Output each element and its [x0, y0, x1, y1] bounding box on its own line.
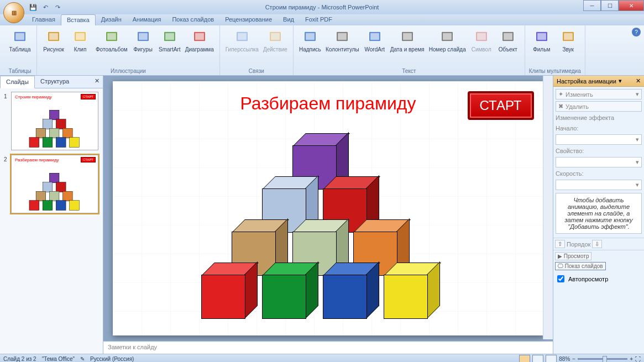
ribbon-movie-button[interactable]: Фильм [528, 27, 555, 67]
svg-rect-5 [76, 33, 85, 40]
svg-rect-29 [477, 33, 486, 40]
ribbon-link-button: Гиперссылка [223, 27, 261, 67]
slideshow-button[interactable]: 🖵 Показ слайдов [555, 262, 606, 270]
cube-9[interactable] [384, 263, 439, 318]
textbox-icon [301, 28, 319, 45]
slideshow-view-button[interactable] [546, 355, 557, 363]
svg-rect-7 [107, 33, 116, 40]
undo-icon[interactable]: ↶ [40, 2, 51, 13]
zoom-in-button[interactable]: + [630, 356, 633, 362]
cube-8[interactable] [323, 263, 378, 318]
start-combo [556, 134, 642, 145]
star-icon: ✦ [558, 91, 563, 98]
delete-icon: ✖ [558, 103, 563, 110]
titlebar: ⊞ 💾 ↶ ↷ Строим пирамиду - Microsoft Powe… [0, 0, 644, 14]
sorter-view-button[interactable] [532, 355, 543, 363]
property-label: Свойство: [556, 146, 642, 155]
svg-rect-35 [564, 33, 573, 40]
ribbon-textbox-button[interactable]: Надпись [297, 27, 323, 67]
spellcheck-icon[interactable]: ✎ [80, 356, 85, 362]
ribbon-wordart-button[interactable]: WordArt [362, 27, 388, 67]
svg-rect-11 [165, 33, 174, 40]
ribbon-tab-6[interactable]: Вид [278, 14, 300, 25]
notes-pane[interactable]: Заметки к слайду [103, 341, 553, 354]
ribbon-obj-button[interactable]: Объект [495, 27, 521, 67]
svg-rect-25 [403, 33, 412, 40]
zoom-slider[interactable] [578, 358, 627, 360]
movie-icon [533, 28, 551, 45]
ribbon-tab-3[interactable]: Анимация [127, 14, 167, 25]
cube-7[interactable] [262, 263, 317, 318]
svg-rect-13 [195, 33, 204, 40]
wordart-icon [366, 28, 384, 45]
svg-rect-31 [504, 33, 512, 40]
ribbon-tab-7[interactable]: Foxit PDF [300, 14, 338, 25]
property-combo [556, 157, 642, 167]
quick-access-toolbar: 💾 ↶ ↷ [28, 2, 63, 13]
vertical-scrollbar[interactable] [543, 76, 553, 339]
link-icon [233, 28, 251, 45]
normal-view-button[interactable] [519, 355, 530, 363]
svg-rect-33 [537, 33, 546, 40]
animation-pane: Настройка анимации ▾ ✕ ✦ Изменить▾ ✖ Уда… [553, 76, 644, 354]
slide-panel: Слайды Структура ✕ 1Строим пирамидуСТАРТ… [0, 76, 103, 354]
fit-window-button[interactable]: ⛶ [635, 356, 641, 362]
ribbon-num-button[interactable]: Номер слайда [427, 27, 468, 67]
ribbon-clip-button[interactable]: Клип [67, 27, 93, 67]
ribbon-hf-button[interactable]: Колонтитулы [323, 27, 362, 67]
ribbon-tab-1[interactable]: Вставка [61, 14, 96, 25]
help-icon[interactable]: ? [632, 28, 641, 36]
tab-slides[interactable]: Слайды [0, 76, 35, 88]
minimize-button[interactable]: ─ [583, 0, 601, 11]
num-icon [438, 28, 456, 45]
zoom-out-button[interactable]: − [572, 356, 575, 362]
ribbon-album-button[interactable]: Фотоальбом [93, 27, 130, 67]
svg-rect-17 [271, 33, 280, 40]
start-button[interactable]: СТАРТ [468, 91, 534, 120]
slide-canvas[interactable]: Разбираем пирамиду СТАРТ [113, 81, 544, 335]
ribbon-image-button[interactable]: Рисунок [40, 27, 67, 67]
close-pane-icon[interactable]: ✕ [636, 77, 641, 85]
ribbon-tab-5[interactable]: Рецензирование [219, 14, 278, 25]
ribbon-symbol-button: Символ [468, 27, 495, 67]
animation-hint: Чтобы добавить анимацию, выделите элемен… [556, 193, 642, 234]
symbol-icon [473, 28, 490, 45]
ribbon-smartart-button[interactable]: SmartArt [156, 27, 183, 67]
editor-area: Разбираем пирамиду СТАРТ Заметки к слайд… [103, 76, 553, 354]
ribbon-group-label: Таблицы [9, 67, 32, 75]
slide-thumbnail-2[interactable]: 2Разбираем пирамидуСТАРТ [11, 155, 98, 213]
ribbon-shapes-button[interactable]: Фигуры [130, 27, 156, 67]
preview-button[interactable]: ▶ Просмотр [555, 252, 591, 260]
svg-rect-19 [306, 33, 315, 40]
svg-rect-23 [370, 33, 379, 40]
tab-outline[interactable]: Структура [35, 76, 75, 88]
svg-rect-21 [338, 33, 347, 40]
action-icon [266, 28, 284, 45]
ribbon-tab-4[interactable]: Показ слайдов [166, 14, 219, 25]
ribbon-sound-button[interactable]: Звук [555, 27, 582, 67]
zoom-level[interactable]: 88% [559, 356, 570, 362]
theme-name: "Тема Office" [42, 356, 75, 362]
ribbon-table-button[interactable]: Таблица [7, 27, 33, 67]
ribbon-chart-button[interactable]: Диаграмма [183, 27, 216, 67]
language-indicator[interactable]: Русский (Россия) [90, 356, 134, 362]
ribbon-tab-0[interactable]: Главная [27, 14, 61, 25]
office-button[interactable]: ⊞ [3, 2, 24, 23]
ribbon-tab-2[interactable]: Дизайн [96, 14, 127, 25]
svg-rect-27 [443, 33, 452, 40]
cube-6[interactable] [201, 263, 256, 318]
hf-icon [333, 28, 351, 45]
album-icon [103, 28, 121, 45]
maximize-button[interactable]: ☐ [601, 0, 619, 11]
svg-rect-1 [15, 33, 24, 40]
dropdown-icon[interactable]: ▾ [619, 77, 622, 85]
autoplay-checkbox[interactable]: Автопросмотр [553, 272, 644, 286]
sound-icon [559, 28, 577, 45]
redo-icon[interactable]: ↷ [52, 2, 63, 13]
speed-combo [556, 180, 642, 190]
save-icon[interactable]: 💾 [28, 2, 39, 13]
close-panel-icon[interactable]: ✕ [91, 76, 103, 88]
ribbon-date-button[interactable]: Дата и время [388, 27, 427, 67]
close-button[interactable]: ✕ [619, 0, 644, 11]
slide-thumbnail-1[interactable]: 1Строим пирамидуСТАРТ [11, 92, 98, 150]
